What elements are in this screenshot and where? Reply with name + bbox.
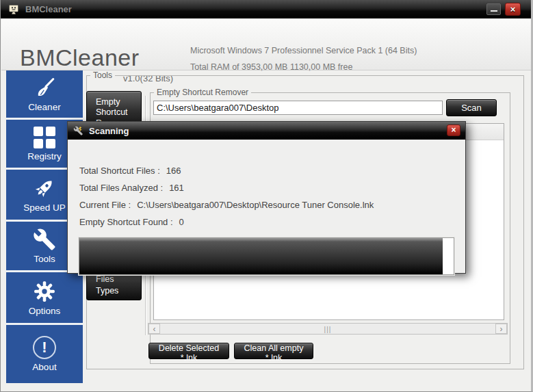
scanning-dialog: Scanning × Total Shortcut Files :166 Tot… — [67, 121, 466, 274]
header: BMCleaner v1.0(32 Bits) Microsoft Window… — [1, 18, 531, 70]
stat-label: Empty Shortcut Found : — [79, 217, 173, 227]
scanning-dialog-titlebar: Scanning × — [68, 122, 465, 140]
stat-value: C:\Users\beatgara007\Desktop\Resource Tu… — [137, 200, 374, 210]
stat-label: Total Files Analyzed : — [79, 183, 163, 193]
stat-value: 166 — [166, 166, 181, 176]
stat-label: Total Shortcut Files : — [79, 166, 160, 176]
stat-total-files-analyzed: Total Files Analyzed :161 — [79, 183, 184, 193]
stat-empty-shortcut-found: Empty Shortcut Found :0 — [79, 217, 184, 227]
minimize-icon — [491, 10, 497, 12]
tools-group-label: Tools — [90, 70, 115, 80]
stat-label: Current File : — [79, 200, 131, 210]
sidebar-label: Registry — [27, 151, 62, 161]
sidebar-label: Options — [29, 306, 61, 316]
horizontal-scrollbar[interactable]: ‹ ||| › — [148, 323, 508, 335]
ram-info: Total RAM of 3953,00 MB 1130,00 MB free — [190, 62, 352, 72]
sidebar-item-cleaner[interactable]: Cleaner — [6, 70, 83, 118]
sidebar-item-about[interactable]: ! About — [6, 323, 83, 383]
scrollbar-grip-icon[interactable]: ||| — [324, 325, 332, 332]
sidebar-item-options[interactable]: Options — [6, 270, 83, 323]
stat-value: 161 — [169, 183, 184, 193]
exclamation-icon: ! — [33, 336, 56, 359]
scan-progress-bar — [79, 237, 454, 275]
scan-button[interactable]: Scan — [446, 99, 497, 116]
scroll-right-arrow-icon[interactable]: › — [495, 324, 507, 334]
scanning-dialog-body: Total Shortcut Files :166 Total Files An… — [68, 140, 465, 274]
gear-icon — [33, 280, 56, 303]
clean-all-button[interactable]: Clean All empty *.lnk — [234, 343, 313, 359]
scanning-dialog-close-button[interactable]: × — [447, 125, 460, 136]
app-name: BMCleaner — [20, 44, 140, 71]
scroll-left-arrow-icon[interactable]: ‹ — [148, 324, 160, 334]
minimize-button[interactable] — [486, 3, 501, 15]
grid-icon — [34, 127, 55, 148]
os-info: Microsoft Windows 7 Professionnel Servic… — [190, 46, 417, 55]
scan-path-input[interactable] — [153, 101, 443, 115]
stat-value: 0 — [179, 217, 184, 227]
scanning-dialog-title: Scanning — [89, 126, 129, 136]
scan-progress-fill — [79, 238, 443, 274]
stat-total-shortcut-files: Total Shortcut Files :166 — [79, 166, 181, 176]
app-logo-icon — [8, 4, 20, 15]
sidebar-label: Tools — [34, 254, 55, 264]
sidebar-label: Cleaner — [28, 102, 60, 112]
sidebar-label: Speed UP — [23, 202, 66, 213]
esr-group-label: Empty Shortcut Remover — [154, 88, 251, 97]
sidebar-label: About — [32, 362, 56, 372]
delete-selected-button[interactable]: Delete Selected *.lnk — [148, 343, 229, 359]
app-window: BMCleaner × BMCleaner v1.0(32 Bits) Micr… — [0, 0, 533, 392]
stat-current-file: Current File :C:\Users\beatgara007\Deskt… — [79, 200, 374, 210]
scanning-dialog-icon — [73, 126, 83, 136]
scrollbar-track[interactable]: ||| — [160, 324, 495, 334]
broom-icon — [33, 76, 56, 99]
title-bar: BMCleaner × — [1, 0, 531, 18]
wrench-icon — [33, 228, 56, 251]
rocket-icon — [33, 177, 56, 200]
window-title: BMCleaner — [25, 4, 72, 14]
close-button[interactable]: × — [505, 3, 521, 16]
